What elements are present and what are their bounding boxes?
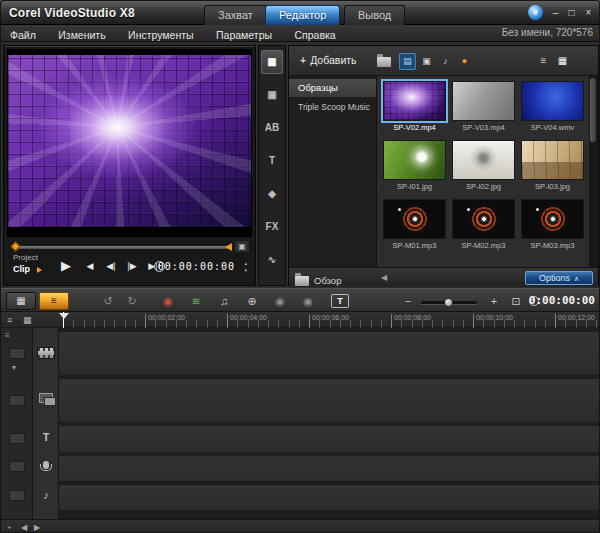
library-item[interactable]: SP-M02.mp3 [452,199,515,250]
library-item[interactable]: SP-I02.jpg [452,140,515,191]
project-mode-label[interactable]: Project [13,253,38,262]
page-left-icon[interactable]: ◀ [381,273,387,282]
title-track-row[interactable] [59,425,599,453]
music-track-row[interactable] [59,484,599,511]
add-button[interactable]: +Добавить [294,52,365,70]
enlarge-preview-button[interactable]: ▣ [234,240,250,253]
minimize-button[interactable]: – [548,6,563,19]
nav-title-icon[interactable]: T [261,149,283,173]
nav-filter-icon[interactable]: FX [261,215,283,239]
thumbnail-video [452,81,515,121]
add-track-icon[interactable]: + [7,523,12,532]
undo-icon[interactable]: ↺ [97,292,119,310]
maximize-button[interactable]: □ [564,6,579,19]
zoom-slider[interactable] [421,301,477,304]
video-track-toggle[interactable] [9,348,25,359]
voice-track-toggle[interactable] [9,461,25,472]
ruler-mode-icon[interactable]: ▦ [23,314,32,326]
record-capture-icon[interactable]: ◉ [157,292,179,310]
music-track-toggle[interactable] [9,490,25,501]
menu-file[interactable]: Файл [1,27,45,43]
library-item[interactable]: SP-V02.mp4 [383,81,446,132]
title-track-toggle[interactable] [9,433,25,444]
timecode-spin-down-icon[interactable]: ▾ [244,268,247,273]
storyboard-view-button[interactable]: ▦ [6,292,36,310]
library-scrollbar[interactable] [589,76,598,267]
fit-project-icon[interactable]: ⊡ [505,292,527,310]
overlay-track-icon[interactable] [36,393,56,403]
home-button[interactable]: ◀ [80,256,100,276]
track-manager-icon[interactable]: ≡ [7,314,12,326]
folder-item-samples[interactable]: Образцы [289,79,376,97]
timeline-view-button[interactable]: ≡ [39,292,69,310]
video-track-row[interactable] [59,331,599,376]
library-item[interactable]: SP-I03.jpg [521,140,584,191]
folder-item-triple-scoop[interactable]: Triple Scoop Music [289,98,376,116]
zoom-slider-thumb[interactable] [444,298,453,307]
menu-edit[interactable]: Изменить [49,27,114,43]
menu-help[interactable]: Справка [285,27,344,43]
preview-timecode[interactable]: 00:00:00:00 [158,261,235,272]
library-item[interactable]: SP-M01.mp3 [383,199,446,250]
overlay-track-row[interactable] [59,378,599,423]
scrollbar-thumb[interactable] [590,78,596,142]
trim-start-handle[interactable] [11,242,21,252]
filter-photo-icon[interactable]: ▣ [418,53,435,70]
track-expand-icon[interactable]: ≡ [5,332,10,340]
track-header-column: T ♪ [33,328,59,519]
scrubber-track[interactable] [12,246,232,249]
video-track-icon[interactable] [36,347,56,359]
timeline-ruler[interactable]: ≡ ▦ 00:00:02:00 00:00:04:00 00:00:06:00 … [1,312,600,328]
auto-music-icon[interactable]: ♫ [213,292,235,310]
playhead-line[interactable] [63,312,64,328]
menu-tools[interactable]: Инструменты [119,27,202,43]
library-item[interactable]: SP-I01.jpg [383,140,446,191]
list-view-icon[interactable]: ≡ [535,53,552,70]
sound-mixer-icon[interactable]: ≋ [185,292,207,310]
clip-mode-label[interactable]: Clip [13,264,30,274]
scroll-left-icon[interactable]: ◀ [21,523,27,532]
nav-transition-icon[interactable]: AB [261,116,283,140]
tab-output[interactable]: Вывод [344,5,405,25]
playhead-handle[interactable] [59,313,69,319]
tab-capture[interactable]: Захват [204,5,267,25]
library-item[interactable]: SP-V04.wmv [521,81,584,132]
scroll-right-icon[interactable]: ▶ [34,523,40,532]
subtitle-editor-button[interactable]: T [331,294,349,308]
nav-media-icon[interactable]: ▦ [261,50,283,74]
menu-options[interactable]: Параметры [207,27,281,43]
tab-editor[interactable]: Редактор [265,5,340,25]
zoom-in-icon[interactable]: + [483,292,505,310]
collapse-track-icon[interactable]: ▾ [12,364,16,372]
voice-track-icon[interactable] [36,459,56,469]
title-track-icon[interactable]: T [36,430,56,444]
motion-tracking-icon[interactable]: ⊕ [241,292,263,310]
preview-scrubber[interactable] [12,242,232,252]
help-icon[interactable]: e [528,5,543,20]
options-button[interactable]: Options∧ [525,271,593,285]
nav-motion-icon[interactable]: ∿ [261,248,283,272]
previous-frame-button[interactable]: ◀| [101,256,121,276]
library-item[interactable]: SP-M03.mp3 [521,199,584,250]
zoom-out-icon[interactable]: − [397,292,419,310]
folder-icon[interactable] [377,57,391,67]
next-frame-button[interactable]: |▶ [122,256,142,276]
play-button[interactable]: ▶ [56,256,76,276]
nav-graphic-icon[interactable]: ◆ [261,182,283,206]
ripple-edit-icon[interactable]: ◉ [297,292,319,310]
library-item[interactable]: SP-V03.mp4 [452,81,515,132]
redo-icon[interactable]: ↻ [121,292,143,310]
close-button[interactable]: × [581,6,596,19]
track-transparency-icon[interactable]: ◉ [269,292,291,310]
timecode-spin-up-icon[interactable]: ▴ [244,261,247,266]
trim-end-handle[interactable] [225,243,232,251]
overlay-track-toggle[interactable] [9,395,25,406]
grid-view-icon[interactable]: ▦ [554,53,571,70]
browse-button[interactable]: Обзор [295,271,341,285]
music-track-icon[interactable]: ♪ [36,488,56,502]
voice-track-row[interactable] [59,455,599,482]
filter-web-icon[interactable]: ● [456,53,473,70]
filter-audio-icon[interactable]: ♪ [437,53,454,70]
filter-video-icon[interactable]: ▤ [399,53,416,70]
nav-instant-project-icon[interactable]: ▣ [261,83,283,107]
